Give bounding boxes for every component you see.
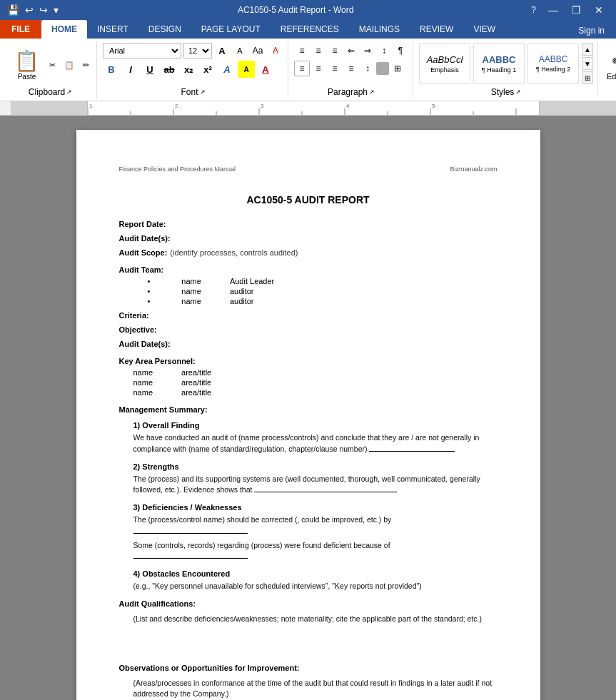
svg-text:2: 2 bbox=[175, 103, 178, 109]
text-effect-button[interactable]: A bbox=[218, 61, 236, 78]
restore-button[interactable]: ❐ bbox=[565, 0, 587, 20]
decrease-indent-button[interactable]: ⇐ bbox=[343, 43, 359, 59]
decrease-font-button[interactable]: A bbox=[232, 43, 248, 59]
audit-team-member-2: name auditor bbox=[148, 287, 498, 295]
ribbon-group-font: Arial 12 A A Aa A B I U ab x₂ x² A A A bbox=[99, 41, 288, 98]
title-bar: 💾 ↩ ↪ ▾ AC1050-5 Audit Report - Word ? —… bbox=[0, 0, 616, 20]
clear-format-button[interactable]: A bbox=[268, 43, 283, 59]
style-scroll-up[interactable]: ▲ bbox=[582, 43, 593, 56]
subscript-button[interactable]: x₂ bbox=[180, 61, 197, 78]
clipboard-group-label: Clipboard ↗ bbox=[9, 87, 92, 97]
quick-access-toolbar: 💾 ↩ ↪ ▾ bbox=[6, 3, 60, 17]
svg-text:1: 1 bbox=[89, 103, 93, 109]
superscript-button[interactable]: x² bbox=[199, 61, 216, 78]
personnel-1: name area/title bbox=[133, 368, 498, 377]
tab-view[interactable]: VIEW bbox=[463, 20, 505, 39]
title-bar-left: 💾 ↩ ↪ ▾ bbox=[6, 3, 60, 17]
cut-button[interactable]: ✂ bbox=[46, 59, 59, 71]
style-heading1-label: ¶ Heading 1 bbox=[482, 66, 516, 73]
style-scroll-buttons: ▲ ▼ ⊞ bbox=[582, 43, 593, 84]
criteria-label: Criteria: bbox=[119, 311, 149, 320]
redo-icon[interactable]: ↪ bbox=[38, 3, 49, 17]
font-name-select[interactable]: Arial bbox=[103, 43, 181, 59]
change-case-button[interactable]: Aa bbox=[250, 43, 266, 59]
member-3-name: name bbox=[181, 297, 201, 305]
copy-button[interactable]: 📋 bbox=[61, 59, 77, 71]
align-left-button[interactable]: ≡ bbox=[294, 61, 310, 76]
svg-text:4: 4 bbox=[346, 103, 350, 109]
ribbon-group-styles: AaBbCcl Emphasis AABBC ¶ Heading 1 AABBC… bbox=[415, 41, 598, 98]
clipboard-expand-icon[interactable]: ↗ bbox=[66, 88, 72, 96]
help-button[interactable]: ? bbox=[531, 5, 536, 15]
audit-team-member-1: name Audit Leader bbox=[148, 277, 498, 285]
tab-references[interactable]: REFERENCES bbox=[271, 20, 349, 39]
minimize-button[interactable]: — bbox=[542, 0, 565, 20]
paragraph-expand-icon[interactable]: ↗ bbox=[369, 88, 375, 96]
styles-expand-icon[interactable]: ↗ bbox=[515, 88, 521, 96]
ribbon-group-paragraph: ≡ ≡ ≡ ⇐ ⇒ ↕ ¶ ≡ ≡ ≡ ≡ ↕ ⊞ Paragraph ↗ bbox=[290, 41, 413, 98]
personnel-3: name area/title bbox=[133, 388, 498, 397]
editing-button[interactable]: ✏ Editing ▾ bbox=[607, 52, 616, 88]
editing-section: ✏ Editing ▾ bbox=[600, 41, 616, 98]
increase-font-button[interactable]: A bbox=[214, 43, 230, 59]
tab-review[interactable]: REVIEW bbox=[410, 20, 463, 39]
multilevel-list-button[interactable]: ≡ bbox=[327, 43, 343, 59]
style-heading1[interactable]: AABBC ¶ Heading 1 bbox=[473, 43, 525, 84]
italic-button[interactable]: I bbox=[122, 61, 139, 78]
font-size-select[interactable]: 12 bbox=[183, 43, 212, 59]
page: Finance Policies and Procedures Manual B… bbox=[76, 130, 540, 700]
line-spacing-button[interactable]: ↕ bbox=[360, 61, 375, 76]
strikethrough-button[interactable]: ab bbox=[161, 61, 178, 78]
font-format-row: B I U ab x₂ x² A A A bbox=[103, 61, 283, 78]
key-personnel-list: name area/title name area/title name are… bbox=[119, 368, 498, 397]
customize-icon[interactable]: ▾ bbox=[52, 3, 60, 17]
increase-indent-button[interactable]: ⇒ bbox=[360, 43, 375, 59]
justify-button[interactable]: ≡ bbox=[343, 61, 359, 76]
tab-file[interactable]: FILE bbox=[0, 20, 41, 39]
bullets-button[interactable]: ≡ bbox=[294, 43, 310, 59]
style-scroll-down[interactable]: ▼ bbox=[582, 57, 593, 70]
underline-button[interactable]: U bbox=[141, 61, 158, 78]
undo-icon[interactable]: ↩ bbox=[24, 3, 35, 17]
deficiencies-text-1: The (process/control name) should be cor… bbox=[133, 514, 498, 537]
tab-mailings[interactable]: MAILINGS bbox=[349, 20, 410, 39]
sign-in-button[interactable]: Sign in bbox=[572, 23, 610, 39]
sort-button[interactable]: ↕ bbox=[376, 43, 392, 59]
align-center-button[interactable]: ≡ bbox=[310, 61, 326, 76]
shading-button[interactable] bbox=[376, 62, 389, 75]
close-button[interactable]: ✕ bbox=[587, 0, 610, 20]
text-highlight-button[interactable]: A bbox=[238, 61, 255, 78]
svg-text:5: 5 bbox=[432, 103, 435, 109]
paste-button[interactable]: 📋 Paste bbox=[9, 46, 45, 83]
tab-home[interactable]: HOME bbox=[41, 20, 87, 39]
paste-icon: 📋 bbox=[14, 49, 39, 73]
tab-page-layout[interactable]: PAGE LAYOUT bbox=[191, 20, 271, 39]
font-color-button[interactable]: A bbox=[257, 61, 274, 78]
audit-scope-label: Audit Scope: bbox=[119, 248, 168, 257]
style-heading2[interactable]: AABBC ¶ Heading 2 bbox=[527, 43, 579, 84]
format-painter-button[interactable]: ✏ bbox=[80, 59, 92, 71]
editing-label: Editing bbox=[607, 72, 616, 81]
tab-insert[interactable]: INSERT bbox=[87, 20, 138, 39]
management-summary-heading: Management Summary: bbox=[119, 405, 498, 414]
numbering-button[interactable]: ≡ bbox=[310, 43, 326, 59]
para-row-1: ≡ ≡ ≡ ⇐ ⇒ ↕ ¶ bbox=[294, 43, 408, 59]
borders-button[interactable]: ⊞ bbox=[390, 61, 405, 76]
clipboard-sub-buttons: ✂ 📋 ✏ bbox=[46, 59, 92, 71]
style-heading1-preview: AABBC bbox=[483, 54, 516, 65]
deficiencies-text-2: Some (controls, records) regarding (proc… bbox=[133, 540, 498, 563]
font-expand-icon[interactable]: ↗ bbox=[200, 88, 206, 96]
styles-gallery: AaBbCcl Emphasis AABBC ¶ Heading 1 AABBC… bbox=[419, 43, 593, 84]
tab-design[interactable]: DESIGN bbox=[138, 20, 191, 39]
para-row-2: ≡ ≡ ≡ ≡ ↕ ⊞ bbox=[294, 61, 408, 76]
ruler-ticks-svg: 1 2 3 4 5 bbox=[88, 101, 539, 115]
align-right-button[interactable]: ≡ bbox=[327, 61, 343, 76]
document-area: Finance Policies and Procedures Manual B… bbox=[0, 116, 616, 700]
show-hide-button[interactable]: ¶ bbox=[393, 43, 408, 59]
style-more[interactable]: ⊞ bbox=[582, 71, 593, 84]
audit-team-heading: Audit Team: bbox=[119, 265, 498, 274]
bold-button[interactable]: B bbox=[103, 61, 120, 78]
style-emphasis[interactable]: AaBbCcl Emphasis bbox=[419, 43, 470, 84]
save-icon[interactable]: 💾 bbox=[6, 3, 21, 17]
styles-group-label: Styles ↗ bbox=[419, 87, 593, 97]
